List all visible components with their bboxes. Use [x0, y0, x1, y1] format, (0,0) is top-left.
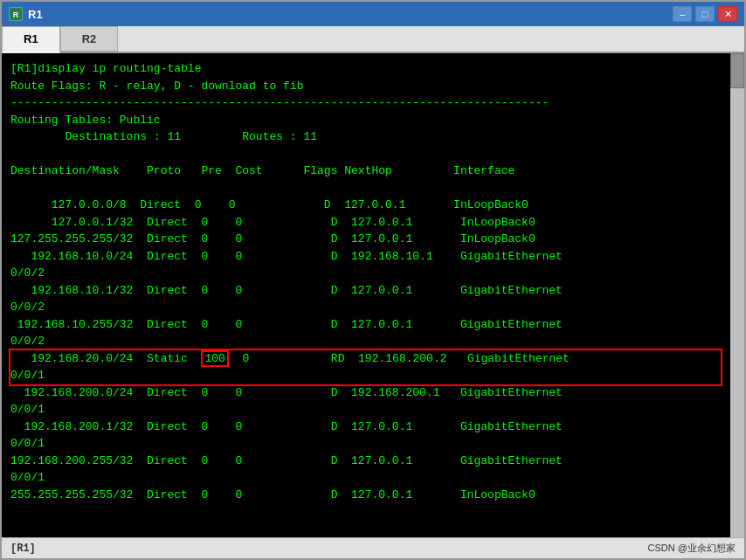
- statusbar: [R1] CSDN @业余幻想家: [2, 537, 744, 558]
- title-bar-left: R R1: [9, 7, 43, 21]
- window-title: R1: [28, 8, 43, 21]
- scrollbar-track[interactable]: [730, 53, 744, 537]
- tab-bar: R1 R2: [2, 26, 744, 53]
- tab-r1[interactable]: R1: [2, 26, 60, 53]
- title-bar: R R1 – □ ✕: [2, 2, 744, 26]
- minimize-button[interactable]: –: [673, 6, 692, 22]
- close-button[interactable]: ✕: [718, 6, 737, 22]
- app-icon: R: [9, 7, 23, 21]
- scrollbar-thumb[interactable]: [730, 53, 744, 88]
- title-controls: – □ ✕: [673, 6, 737, 22]
- statusbar-credit: CSDN @业余幻想家: [648, 542, 736, 555]
- statusbar-prompt: [R1]: [10, 543, 36, 555]
- tab-r2[interactable]: R2: [60, 26, 119, 52]
- terminal[interactable]: [R1]display ip routing-table Route Flags…: [2, 53, 744, 537]
- main-window: R R1 – □ ✕ R1 R2 [R1]display ip routing-…: [0, 0, 746, 560]
- maximize-button[interactable]: □: [695, 6, 715, 22]
- svg-text:R: R: [13, 10, 19, 19]
- command-line: [R1]display ip routing-table Route Flags…: [10, 62, 721, 501]
- terminal-content: [R1]display ip routing-table Route Flags…: [10, 60, 736, 503]
